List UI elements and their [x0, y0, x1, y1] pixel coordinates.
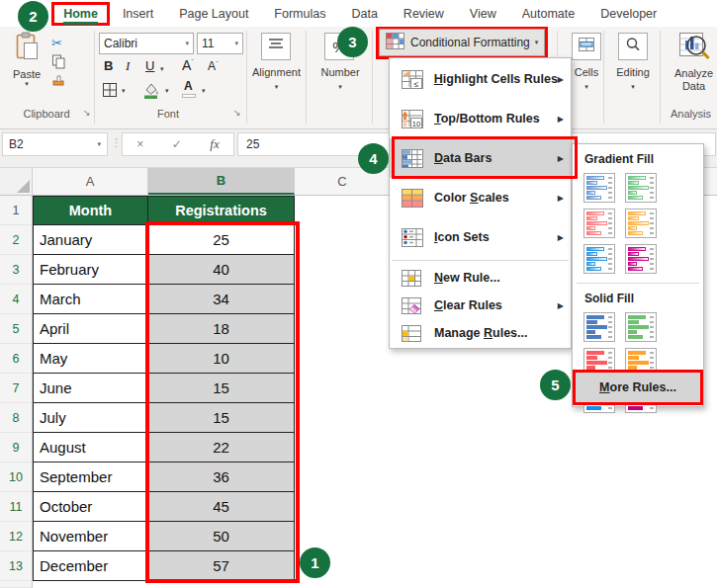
row-header[interactable]: 4: [0, 285, 33, 314]
tab-home[interactable]: Home: [51, 2, 110, 26]
decrease-font-size-button[interactable]: Aˇ: [208, 59, 219, 73]
italic-button[interactable]: I: [126, 58, 130, 74]
row-header[interactable]: 6: [0, 344, 33, 374]
month-cell[interactable]: June: [33, 374, 148, 403]
name-box[interactable]: B2 ▾: [2, 132, 108, 156]
cell-b1[interactable]: Registrations: [148, 196, 295, 225]
font-color-button[interactable]: A: [184, 79, 193, 93]
format-painter-icon[interactable]: [51, 73, 66, 91]
select-all-button[interactable]: [0, 168, 33, 195]
borders-icon[interactable]: [102, 82, 118, 102]
underline-dropdown-chevron[interactable]: ▾: [160, 65, 164, 73]
enter-icon[interactable]: ✓: [172, 137, 182, 151]
row-header[interactable]: 13: [0, 551, 33, 581]
row-header[interactable]: 5: [0, 314, 33, 344]
row-header[interactable]: 10: [0, 462, 33, 492]
chevron-down-icon[interactable]: ▾: [185, 40, 189, 47]
value-cell[interactable]: 15: [148, 374, 295, 403]
conditional-formatting-chevron[interactable]: ▾: [535, 39, 539, 46]
value-cell[interactable]: 50: [148, 522, 295, 551]
alignment-button[interactable]: [261, 33, 291, 60]
editing-button[interactable]: [618, 33, 648, 60]
clipboard-dialog-launcher-icon[interactable]: ↘: [83, 108, 91, 118]
chevron-down-icon[interactable]: ▾: [234, 40, 238, 47]
tab-review[interactable]: Review: [391, 2, 457, 26]
value-cell[interactable]: 18: [148, 314, 295, 344]
value-cell[interactable]: 25: [148, 225, 295, 255]
conditional-formatting-button[interactable]: Conditional Formatting ▾: [379, 29, 545, 56]
month-cell[interactable]: December: [33, 551, 148, 581]
row-header[interactable]: 2: [0, 225, 33, 255]
month-cell[interactable]: July: [33, 403, 148, 433]
month-cell[interactable]: April: [33, 314, 148, 344]
month-cell[interactable]: January: [33, 225, 148, 255]
more-rules-button[interactable]: More Rules...: [573, 370, 703, 405]
value-cell[interactable]: 36: [148, 462, 295, 492]
cells-button[interactable]: [572, 33, 601, 60]
gradient-data-bar-swatch[interactable]: [625, 244, 657, 274]
row-header[interactable]: 11: [0, 492, 33, 522]
column-header-b[interactable]: B: [148, 168, 295, 195]
month-cell[interactable]: August: [33, 433, 148, 462]
tab-developer[interactable]: Developer: [587, 2, 670, 26]
value-cell[interactable]: 10: [148, 344, 295, 374]
menu-item-highlight-cells-rules[interactable]: ≤ Highlight Cells Rules▶: [390, 59, 571, 99]
row-header[interactable]: 7: [0, 374, 33, 403]
solid-data-bar-swatch[interactable]: [583, 312, 615, 342]
value-cell[interactable]: 22: [148, 433, 295, 462]
copy-icon[interactable]: [51, 54, 66, 72]
editing-expand-chevron[interactable]: ▾: [605, 83, 661, 91]
month-cell[interactable]: October: [33, 492, 148, 522]
gradient-data-bar-swatch[interactable]: [625, 209, 657, 238]
row-header[interactable]: 8: [0, 403, 33, 433]
tab-page-layout[interactable]: Page Layout: [166, 2, 261, 26]
fill-color-icon[interactable]: [142, 82, 162, 103]
month-cell[interactable]: November: [33, 522, 148, 551]
tab-view[interactable]: View: [457, 2, 509, 26]
font-size-combobox[interactable]: 11▾: [197, 33, 243, 54]
column-header-a[interactable]: A: [33, 168, 148, 195]
tab-data[interactable]: Data: [338, 2, 390, 26]
gradient-data-bar-swatch[interactable]: [625, 173, 657, 203]
row-header[interactable]: 9: [0, 433, 33, 462]
font-name-combobox[interactable]: Calibri▾: [99, 33, 194, 54]
font-dialog-launcher-icon[interactable]: ↘: [233, 108, 241, 118]
menu-item-top-bottom-rules[interactable]: 10 Top/Bottom Rules▶: [390, 99, 571, 138]
gradient-data-bar-swatch[interactable]: [583, 209, 615, 238]
menu-item-color-scales[interactable]: Color Scales▶: [390, 178, 571, 217]
menu-item-data-bars[interactable]: Data Bars▶: [390, 138, 571, 178]
value-cell[interactable]: 15: [148, 403, 295, 433]
name-box-chevron[interactable]: ▾: [97, 140, 101, 148]
insert-function-icon[interactable]: fx: [210, 136, 219, 152]
font-color-dropdown-chevron[interactable]: ▾: [202, 87, 206, 95]
paste-button[interactable]: Paste ▾: [8, 32, 45, 103]
cell-a1[interactable]: Month: [33, 196, 148, 225]
tab-formulas[interactable]: Formulas: [261, 2, 338, 26]
month-cell[interactable]: May: [33, 344, 148, 374]
value-cell[interactable]: 57: [148, 551, 295, 581]
value-cell[interactable]: 40: [148, 255, 295, 285]
gradient-data-bar-swatch[interactable]: [583, 173, 615, 203]
row-header[interactable]: 12: [0, 522, 33, 551]
cut-icon[interactable]: ✂: [51, 36, 62, 50]
tab-insert[interactable]: Insert: [110, 2, 166, 26]
row-header[interactable]: [0, 581, 33, 588]
number-expand-chevron[interactable]: ▾: [311, 83, 370, 91]
borders-dropdown-chevron[interactable]: ▾: [122, 87, 126, 95]
bold-button[interactable]: B: [104, 58, 113, 73]
value-cell[interactable]: 34: [148, 285, 295, 314]
month-cell[interactable]: September: [33, 462, 148, 492]
solid-data-bar-swatch[interactable]: [625, 312, 657, 342]
value-cell[interactable]: 45: [148, 492, 295, 522]
alignment-expand-chevron[interactable]: ▾: [246, 83, 307, 91]
menu-item-icon-sets[interactable]: Icon Sets▶: [390, 217, 571, 257]
cancel-icon[interactable]: ×: [136, 137, 143, 151]
row-header[interactable]: 3: [0, 255, 33, 285]
month-cell[interactable]: February: [33, 255, 148, 285]
row-header[interactable]: 1: [0, 196, 33, 225]
menu-item-new-rule[interactable]: New Rule...: [390, 264, 571, 292]
underline-button[interactable]: U: [145, 58, 154, 73]
formula-bar-splitter[interactable]: ⋮: [111, 136, 122, 149]
menu-item-manage-rules[interactable]: Manage Rules...: [390, 319, 571, 347]
gradient-data-bar-swatch[interactable]: [583, 244, 615, 274]
